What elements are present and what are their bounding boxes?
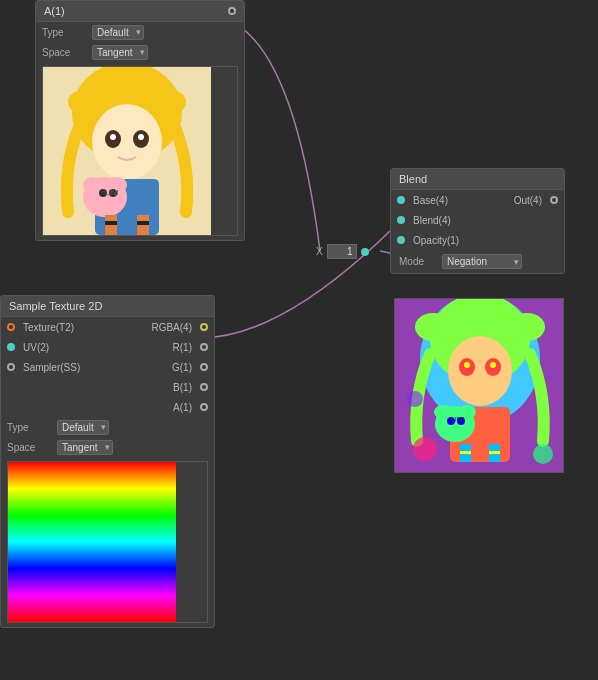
sample-type-row: Type Default (1, 417, 214, 437)
uv-port-label: UV(2) (23, 342, 49, 353)
texture-node-top-header: A(1) (36, 1, 244, 22)
r-socket (200, 343, 208, 351)
type-select-wrapper[interactable]: Default (92, 25, 144, 40)
sample-texture-title: Sample Texture 2D (9, 300, 102, 312)
port-left-sampler: Sampler(SS) (7, 362, 80, 373)
mode-select-wrapper[interactable]: Negation Burn Darken Difference Multiply… (442, 254, 522, 269)
b-port-label: B(1) (173, 382, 192, 393)
space-label: Space (42, 47, 92, 58)
b-socket (200, 383, 208, 391)
mode-row: Mode Negation Burn Darken Difference Mul… (391, 250, 564, 273)
sample-space-select-wrapper[interactable]: Tangent (57, 440, 113, 455)
type-row: Type Default (36, 22, 244, 42)
g-socket (200, 363, 208, 371)
mode-label: Mode (399, 256, 434, 267)
sampler-port-label: Sampler(SS) (23, 362, 80, 373)
port-left-texture: Texture(T2) (7, 322, 74, 333)
svg-point-7 (110, 134, 116, 140)
texture-top-title: A(1) (44, 5, 65, 17)
svg-rect-38 (460, 451, 471, 454)
svg-rect-17 (105, 221, 117, 225)
type-label: Type (42, 27, 92, 38)
uv-socket (7, 343, 15, 351)
sample-space-label: Space (7, 442, 57, 453)
port-row-b: B(1) (1, 377, 214, 397)
blend-out-right: Out(4) (514, 195, 558, 206)
sample-space-select[interactable]: Tangent (57, 440, 113, 455)
svg-point-25 (448, 336, 512, 406)
opacity-socket (397, 236, 405, 244)
x-label: X (316, 246, 323, 257)
texture-top-out-socket (228, 7, 236, 15)
svg-point-41 (413, 437, 437, 461)
svg-point-24 (509, 313, 545, 341)
blend-base-left: Base(4) (397, 195, 448, 206)
blend-port-base: Base(4) Out(4) (391, 190, 564, 210)
space-select-wrapper[interactable]: Tangent (92, 45, 148, 60)
svg-point-23 (415, 313, 451, 341)
blend-input-socket (397, 216, 405, 224)
gradient-preview (8, 462, 176, 622)
base-label: Base(4) (413, 195, 448, 206)
svg-text:UNI: UNI (451, 415, 465, 424)
base-socket (397, 196, 405, 204)
blend-title: Blend (399, 173, 427, 185)
blend-input-label: Blend(4) (413, 215, 451, 226)
svg-rect-39 (489, 451, 500, 454)
svg-point-28 (464, 362, 470, 368)
svg-text:UNI: UNI (105, 188, 119, 197)
mode-select[interactable]: Negation Burn Darken Difference Multiply… (442, 254, 522, 269)
space-row: Space Tangent (36, 42, 244, 62)
g-port-label: G(1) (172, 362, 192, 373)
space-select[interactable]: Tangent (92, 45, 148, 60)
blend-node: Blend Base(4) Out(4) Blend(4) Opacity(1)… (390, 168, 565, 274)
blend-port-opacity: Opacity(1) (391, 230, 564, 250)
x-out-socket (361, 248, 369, 256)
x-value-row: X (316, 244, 369, 259)
sample-type-select[interactable]: Default (57, 420, 109, 435)
sample-texture-header: Sample Texture 2D (1, 296, 214, 317)
sampler-socket (7, 363, 15, 371)
a-socket (200, 403, 208, 411)
result-preview: UNI (394, 298, 564, 473)
type-select[interactable]: Default (92, 25, 144, 40)
gradient-preview-container (7, 461, 208, 623)
sample-space-row: Space Tangent (1, 437, 214, 457)
x-value-input[interactable] (327, 244, 357, 259)
a-port-label: A(1) (173, 402, 192, 413)
port-right-r: R(1) (173, 342, 208, 353)
out-socket (550, 196, 558, 204)
blend-port-blend: Blend(4) (391, 210, 564, 230)
anime-svg-top: UNI (43, 67, 211, 235)
svg-rect-18 (137, 221, 149, 225)
svg-point-2 (68, 90, 98, 114)
blend-blend-left: Blend(4) (397, 215, 451, 226)
texture-node-top: A(1) Type Default Space Tangent (35, 0, 245, 241)
port-row-a: A(1) (1, 397, 214, 417)
out-label: Out(4) (514, 195, 542, 206)
anime-image-top: UNI (43, 67, 211, 235)
anime-preview-top: UNI (42, 66, 238, 236)
opacity-label: Opacity(1) (413, 235, 459, 246)
svg-point-3 (156, 90, 186, 114)
sample-texture-node: Sample Texture 2D Texture(T2) RGBA(4) UV… (0, 295, 215, 628)
svg-point-4 (92, 104, 162, 180)
sample-type-select-wrapper[interactable]: Default (57, 420, 109, 435)
result-svg: UNI (395, 299, 564, 473)
sample-type-label: Type (7, 422, 57, 433)
texture-socket (7, 323, 15, 331)
svg-point-42 (533, 444, 553, 464)
r-port-label: R(1) (173, 342, 192, 353)
svg-point-29 (490, 362, 496, 368)
port-right-b: B(1) (173, 382, 208, 393)
svg-point-43 (407, 391, 423, 407)
port-row-texture: Texture(T2) RGBA(4) (1, 317, 214, 337)
blend-opacity-left: Opacity(1) (397, 235, 459, 246)
port-right-rgba: RGBA(4) (151, 322, 208, 333)
port-left-uv: UV(2) (7, 342, 49, 353)
port-right-a: A(1) (173, 402, 208, 413)
rgba-port-label: RGBA(4) (151, 322, 192, 333)
texture-port-label: Texture(T2) (23, 322, 74, 333)
port-row-sampler: Sampler(SS) G(1) (1, 357, 214, 377)
port-row-uv: UV(2) R(1) (1, 337, 214, 357)
